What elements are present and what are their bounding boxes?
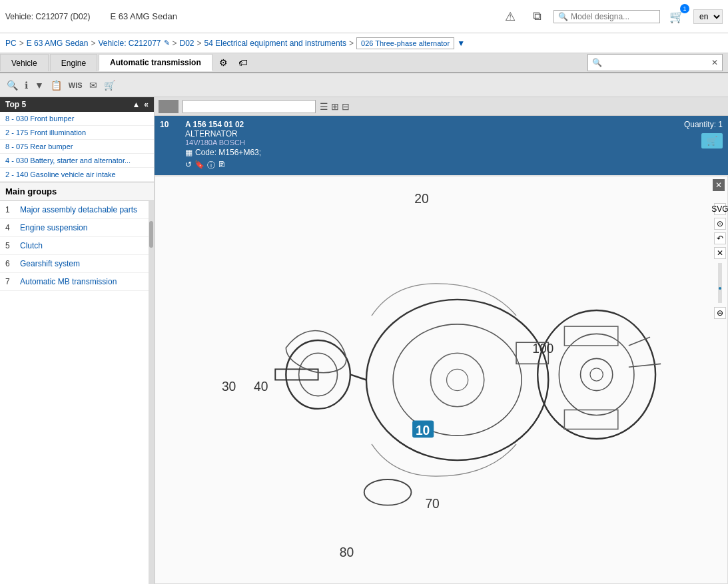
parts-row-selected[interactable]: 10 A 156 154 01 02 ALTERNATOR 14V/180A B…	[155, 116, 728, 176]
warning-icon[interactable]: ⚠	[500, 7, 520, 27]
breadcrumb-pc[interactable]: PC	[5, 39, 17, 48]
copy-icon[interactable]: ⧉	[527, 7, 547, 27]
row-handle	[159, 100, 179, 113]
expand-icon[interactable]: ⊟	[342, 101, 350, 112]
tab-search-input[interactable]	[605, 59, 711, 67]
breadcrumb-e63[interactable]: E 63 AMG Sedan	[27, 39, 89, 48]
tab-search-icon: 🔍	[592, 58, 602, 67]
tab-engine[interactable]: Engine	[50, 54, 97, 71]
breadcrumb-dropdown[interactable]: 026 Three-phase alternator	[356, 37, 454, 49]
add-to-cart-button[interactable]: 🛒	[701, 133, 723, 148]
close-image-button[interactable]: ✕	[713, 179, 725, 191]
zoom-circle-icon[interactable]: ⊙	[714, 218, 726, 230]
svg-text:80: 80	[340, 545, 354, 559]
part-action-icons: ↺ 🔖 ⓘ 🖹	[185, 160, 669, 171]
left-scrollbar[interactable]	[149, 201, 154, 584]
language-select[interactable]: en de	[693, 9, 723, 24]
tab-search-box: 🔍 ✕	[587, 54, 723, 71]
main-group-item-1[interactable]: 1 Major assembly detachable parts	[0, 201, 149, 219]
top5-item-2[interactable]: 2 - 175 Front illumination	[0, 126, 154, 140]
left-scrollbar-thumb[interactable]	[149, 221, 153, 248]
breadcrumb-d02[interactable]: D02	[180, 39, 194, 48]
parts-filter-input[interactable]	[182, 100, 316, 113]
breadcrumb-electrical[interactable]: 54 Electrical equipment and instruments	[204, 39, 346, 48]
parts-list-header: ☰ ⊞ ⊟	[155, 97, 728, 116]
breadcrumb-sep-5: >	[349, 39, 354, 48]
top5-item-1[interactable]: 8 - 030 Front bumper	[0, 112, 154, 126]
toolbar: 🔍 ℹ ▼ 📋 WIS ✉ 🛒	[0, 73, 728, 97]
vehicle-name: E 63 AMG Sedan	[110, 11, 177, 21]
top5-title: Top 5	[5, 100, 26, 109]
left-panel: Top 5 ▲ « 8 - 030 Front bumper 2 - 175 F…	[0, 97, 155, 584]
main-group-item-2[interactable]: 4 Engine suspension	[0, 219, 149, 237]
tab-automatic-transmission[interactable]: Automatic transmission	[99, 54, 212, 71]
part-name: ALTERNATOR	[185, 129, 669, 139]
collapse-icon[interactable]: ▲	[132, 100, 140, 109]
mail-icon[interactable]: ✉	[88, 79, 99, 92]
table-icon: ▦	[185, 148, 192, 157]
part-pos: 10	[160, 120, 180, 129]
info-detail-icon[interactable]: ⓘ	[207, 160, 215, 171]
breadcrumb-sep-1: >	[19, 39, 24, 48]
main-group-num-4: 6	[5, 259, 16, 268]
top5-item-4[interactable]: 4 - 030 Battery, starter and alternator.…	[0, 154, 154, 168]
image-tools: SVG ⊙ ↶ ✕ ⊖	[714, 203, 726, 319]
model-search-box: 🔍	[553, 10, 660, 23]
top5-item-3[interactable]: 8 - 075 Rear bumper	[0, 140, 154, 154]
document-icon[interactable]: 📋	[49, 79, 63, 92]
svg-text:40: 40	[254, 380, 268, 394]
tag-icon[interactable]: 🏷	[233, 55, 253, 71]
part-description: 14V/180A BOSCH	[185, 139, 669, 146]
cross-icon[interactable]: ✕	[714, 247, 726, 259]
main-group-num-2: 4	[5, 223, 16, 232]
print-icon[interactable]: 🖹	[218, 160, 226, 171]
main-groups-header: Main groups	[0, 182, 154, 201]
history-icon[interactable]: ↺	[185, 160, 192, 171]
top5-header-icons: ▲ «	[132, 100, 149, 109]
zoom-slider-thumb[interactable]	[719, 287, 721, 290]
top5-list: 8 - 030 Front bumper 2 - 175 Front illum…	[0, 112, 154, 182]
cart-icon[interactable]: 🛒 1	[667, 7, 687, 27]
grid-view-icon[interactable]: ⊞	[331, 101, 339, 112]
toolbar-cart-icon[interactable]: 🛒	[103, 79, 117, 92]
search-icon: 🔍	[558, 12, 568, 21]
main-group-label-2: Engine suspension	[20, 223, 87, 232]
history-rotate-icon[interactable]: ↶	[714, 232, 726, 244]
wis-icon[interactable]: WIS	[67, 80, 84, 91]
top-bar: Vehicle: C212077 (D02) E 63 AMG Sedan ⚠ …	[0, 0, 728, 33]
top5-header: Top 5 ▲ «	[0, 97, 154, 112]
breadcrumb-sep-2: >	[91, 39, 95, 48]
tab-vehicle[interactable]: Vehicle	[0, 54, 49, 71]
breadcrumb-edit-icon[interactable]: ✎	[164, 39, 170, 47]
parts-diagram: 900 60 50 30 40 20 100 10 80 70	[155, 176, 727, 583]
zoom-out-icon[interactable]: ⊖	[714, 307, 726, 319]
svg-text:70: 70	[425, 497, 439, 511]
main-group-item-4[interactable]: 6 Gearshift system	[0, 255, 149, 273]
tab-search-clear[interactable]: ✕	[711, 58, 718, 67]
info-icon[interactable]: ℹ	[23, 79, 29, 92]
breadcrumb-dropdown-arrow[interactable]: ▼	[457, 39, 465, 48]
main-layout: Top 5 ▲ « 8 - 030 Front bumper 2 - 175 F…	[0, 97, 728, 584]
parts-icon[interactable]: ⚙	[214, 55, 233, 71]
center-panel: ☰ ⊞ ⊟ 10 A 156 154 01 02 ALTERNATOR 14V/…	[155, 97, 728, 584]
list-view-icon[interactable]: ☰	[320, 101, 328, 112]
vehicle-title: Vehicle: C212077 (D02)	[5, 12, 90, 21]
main-group-label-4: Gearshift system	[20, 259, 80, 268]
main-group-label-1: Major assembly detachable parts	[20, 205, 137, 214]
model-search-input[interactable]	[571, 12, 657, 21]
part-code: ▦ Code: M156+M63;	[185, 148, 669, 157]
bookmark-icon[interactable]: 🔖	[194, 160, 204, 171]
zoom-slider-track	[718, 263, 722, 303]
svg-export-icon[interactable]: SVG	[714, 203, 726, 215]
breadcrumb-vehicle[interactable]: Vehicle: C212077	[98, 39, 161, 48]
quantity-display: Quantity: 1	[684, 120, 723, 129]
zoom-icon[interactable]: 🔍	[5, 79, 19, 92]
filter-icon[interactable]: ▼	[33, 79, 45, 92]
main-group-item-3[interactable]: 5 Clutch	[0, 237, 149, 255]
main-group-num-1: 1	[5, 205, 16, 214]
main-group-item-5[interactable]: 7 Automatic MB transmission	[0, 273, 149, 291]
svg-text:10: 10	[416, 424, 430, 438]
svg-text:30: 30	[222, 380, 236, 394]
back-icon[interactable]: «	[144, 100, 149, 109]
top5-item-5[interactable]: 2 - 140 Gasoline vehicle air intake	[0, 168, 154, 182]
